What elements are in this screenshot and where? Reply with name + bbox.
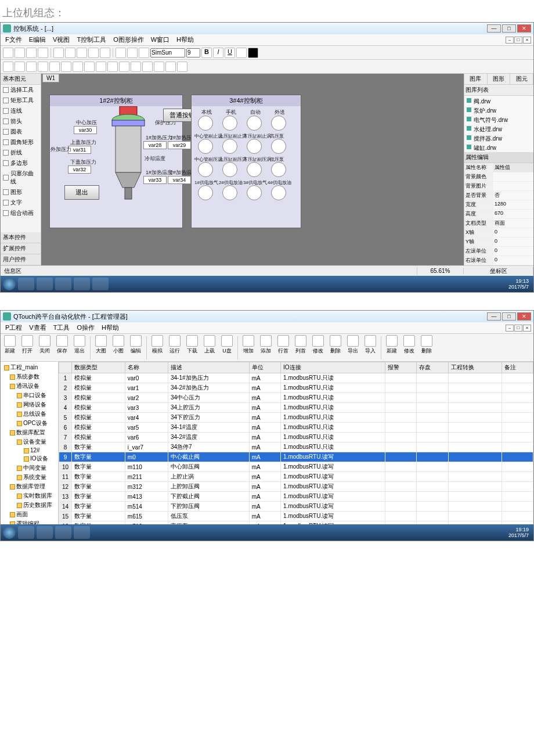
- menu-operate[interactable]: O操作: [74, 323, 97, 333]
- task-button[interactable]: [74, 278, 90, 290]
- col-header[interactable]: 报警: [385, 362, 417, 373]
- bigtool-行首[interactable]: 行首: [275, 335, 291, 355]
- clock[interactable]: 19:13 2017/5/7: [506, 278, 531, 290]
- tree-node[interactable]: 串口设备: [2, 391, 57, 400]
- tree-node[interactable]: 网络设备: [2, 400, 57, 409]
- col-header[interactable]: 名称: [125, 362, 168, 373]
- clock[interactable]: 19:19 2017/5/7: [506, 527, 531, 538]
- table-row[interactable]: 4模拟量var334上腔压力mA1.modbusRTU.只读: [59, 403, 533, 413]
- menu-edit[interactable]: E编辑: [27, 35, 48, 45]
- col-header[interactable]: IO连接: [281, 362, 385, 373]
- indicator[interactable]: [271, 162, 286, 177]
- tree-node[interactable]: 总线设备: [2, 409, 57, 419]
- tool-undo-icon[interactable]: [88, 48, 99, 58]
- col-header[interactable]: [59, 362, 72, 373]
- shape-tool-icon[interactable]: [119, 62, 129, 72]
- tree-node[interactable]: 系统变量: [2, 473, 57, 482]
- shape-tool-icon[interactable]: [3, 62, 13, 72]
- tool-line[interactable]: 连线: [1, 106, 41, 116]
- tree-node[interactable]: 工程_main: [2, 363, 57, 372]
- table-row[interactable]: 5模拟量var434下腔压力mA1.modbusRTU.只读: [59, 413, 533, 423]
- tool-text[interactable]: 文字: [1, 197, 41, 208]
- table-row[interactable]: 14数字量m514下腔卸压阀mA1.modbusRTU.读写: [59, 502, 533, 512]
- tool-select[interactable]: 选择工具: [1, 85, 41, 95]
- tree-node[interactable]: IO设备: [2, 454, 57, 463]
- tree-node[interactable]: 中间变量: [2, 463, 57, 473]
- tool-new-icon[interactable]: [3, 48, 13, 58]
- table-row[interactable]: 10数字量m110中心卸压阀mA1.modbusRTU.读写: [59, 462, 533, 472]
- toolbox-footer-ext[interactable]: 扩展控件: [1, 243, 41, 254]
- indicator[interactable]: [271, 139, 286, 154]
- menu-view[interactable]: V查看: [27, 323, 48, 333]
- col-header[interactable]: 描述: [168, 362, 249, 373]
- shape-tool-icon[interactable]: [38, 62, 48, 72]
- shape-tool-icon[interactable]: [142, 62, 153, 72]
- list-item[interactable]: 搅拌器.drw: [466, 134, 532, 143]
- tool-zoomin-icon[interactable]: [116, 48, 126, 58]
- bigtool-大图[interactable]: 大图: [93, 335, 109, 355]
- menu-graphic-ops[interactable]: O图形操作: [111, 35, 146, 45]
- bigtool-模拟[interactable]: 模拟: [149, 335, 165, 355]
- menu-help[interactable]: H帮助: [99, 323, 121, 333]
- indicator[interactable]: [198, 116, 213, 131]
- bigtool-导出[interactable]: 导出: [345, 335, 361, 355]
- shape-tool-icon[interactable]: [49, 62, 60, 72]
- mdi-max[interactable]: □: [514, 325, 522, 332]
- maximize-button[interactable]: □: [502, 24, 516, 33]
- task-button[interactable]: [18, 278, 34, 290]
- bigtool-U盘[interactable]: U盘: [219, 335, 235, 355]
- start-button[interactable]: [3, 526, 16, 539]
- tree-node[interactable]: OPC设备: [2, 419, 57, 428]
- tool-color-icon[interactable]: [248, 48, 258, 58]
- col-header[interactable]: 备注: [501, 362, 533, 373]
- list-item[interactable]: 水处理.drw: [466, 125, 532, 134]
- table-row[interactable]: 6模拟量var534-1#温度mA1.modbusRTU.只读: [59, 423, 533, 433]
- canvas-tab[interactable]: W1: [42, 74, 59, 82]
- mdi-min[interactable]: –: [506, 37, 514, 44]
- menu-window[interactable]: W窗口: [149, 35, 172, 45]
- table-row[interactable]: 2模拟量var134-2#加热压力mA1.modbusRTU.只读: [59, 383, 533, 393]
- tool-cut-icon[interactable]: [53, 48, 64, 58]
- close-button[interactable]: ✕: [517, 312, 531, 321]
- tool-copy-icon[interactable]: [65, 48, 75, 58]
- table-row[interactable]: 13数字量m413下腔截止阀mA1.modbusRTU.读写: [59, 492, 533, 502]
- bigtool-下载[interactable]: 下载: [184, 335, 200, 355]
- indicator[interactable]: [271, 185, 286, 200]
- tool-arrow[interactable]: 箭头: [1, 116, 41, 127]
- indicator[interactable]: [222, 139, 237, 154]
- indicator[interactable]: [198, 185, 213, 200]
- tree-node[interactable]: 画面: [2, 510, 57, 519]
- task-button[interactable]: [18, 526, 34, 539]
- tool-open-icon[interactable]: [15, 48, 25, 58]
- exit-button[interactable]: 退出: [64, 185, 99, 200]
- tool-image[interactable]: 图形: [1, 187, 41, 197]
- tree-node[interactable]: 实时数据库: [2, 491, 57, 501]
- indicator[interactable]: [198, 162, 213, 177]
- shape-tool-icon[interactable]: [107, 62, 118, 72]
- indicator[interactable]: [247, 162, 262, 177]
- col-header[interactable]: 存盘: [417, 362, 448, 373]
- font-family-input[interactable]: [150, 48, 185, 57]
- tool-roundrect[interactable]: 圆角矩形: [1, 137, 41, 147]
- task-button[interactable]: [37, 278, 53, 290]
- table-row[interactable]: 16数字量m716高压泵mA1.modbusRTU.读写: [59, 521, 533, 525]
- tool-polyline[interactable]: 折线: [1, 147, 41, 158]
- shape-tool-icon[interactable]: [61, 62, 71, 72]
- list-item[interactable]: 泵炉.drw: [466, 106, 532, 116]
- indicator[interactable]: [222, 185, 237, 200]
- indicator[interactable]: [198, 139, 213, 154]
- mdi-max[interactable]: □: [514, 37, 522, 44]
- table-row[interactable]: 12数字量m312上腔卸压阀mA1.modbusRTU.读写: [59, 482, 533, 492]
- bigtool-新建[interactable]: 新建: [384, 335, 400, 355]
- tool-bold-icon[interactable]: B: [201, 48, 212, 58]
- tool-print-icon[interactable]: [38, 48, 48, 58]
- bigtool-删除[interactable]: 删除: [327, 335, 344, 355]
- tree-node[interactable]: 12#: [2, 447, 57, 454]
- project-tree[interactable]: 工程_main系统参数通讯设备串口设备网络设备总线设备OPC设备数据库配置设备变…: [1, 362, 59, 524]
- bigtool-导入[interactable]: 导入: [362, 335, 378, 355]
- menu-control-tools[interactable]: T控制工具: [74, 35, 109, 45]
- shape-tool-icon[interactable]: [15, 62, 25, 72]
- font-size-input[interactable]: [186, 48, 200, 57]
- task-button[interactable]: [74, 526, 90, 539]
- tree-node[interactable]: 系统参数: [2, 372, 57, 381]
